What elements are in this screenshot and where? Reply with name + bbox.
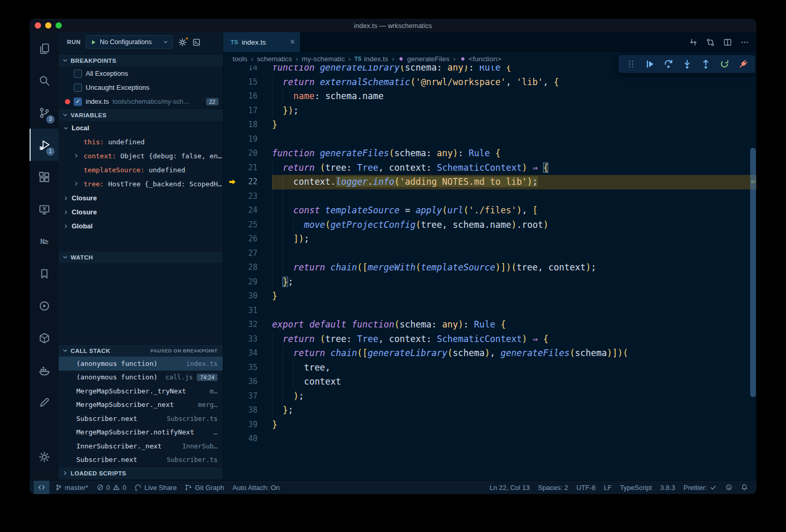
- git-branch[interactable]: master*: [51, 481, 92, 494]
- checkbox[interactable]: [74, 70, 82, 78]
- variables-header[interactable]: VARIABLES: [59, 108, 223, 121]
- code-line[interactable]: 25move(getProjectConfig(tree, schema.nam…: [223, 218, 756, 233]
- call-stack-frame[interactable]: MergeMapSubscriber.notifyNext…: [59, 426, 223, 440]
- code-line[interactable]: 15return externalSchematic('@nrwl/worksp…: [223, 75, 756, 90]
- problems[interactable]: 00: [92, 481, 130, 494]
- code-line[interactable]: 31: [223, 304, 756, 318]
- continue-button[interactable]: [641, 57, 658, 72]
- breakpoint-item[interactable]: index.tstools/schematics/my-sch…22: [59, 94, 223, 108]
- breakpoint-item[interactable]: All Exceptions: [59, 66, 223, 80]
- activity-bar-item-bookmarks[interactable]: [30, 257, 59, 290]
- code-line[interactable]: 39}: [223, 418, 756, 432]
- breadcrumb-index-ts[interactable]: TSindex.ts: [355, 55, 388, 63]
- activity-bar-item-remote-explorer[interactable]: [30, 193, 59, 225]
- breadcrumb-tools[interactable]: tools: [233, 55, 248, 63]
- code-line[interactable]: 36context: [223, 375, 756, 389]
- notifications[interactable]: [737, 481, 752, 494]
- activity-bar-item-explorer[interactable]: [30, 32, 59, 64]
- variable-row[interactable]: context:Object {debug: false, en…: [59, 149, 223, 163]
- drag-handle-icon[interactable]: [622, 57, 640, 72]
- activity-bar-item-package-explorer[interactable]: [30, 322, 59, 354]
- chevron-right-icon[interactable]: [63, 209, 69, 215]
- language-mode[interactable]: TypeScript: [616, 481, 656, 494]
- call-stack-frame[interactable]: (anonymous function)call.js74:24: [59, 371, 223, 385]
- activity-bar-item-extensions[interactable]: [30, 161, 59, 193]
- call-stack-frame[interactable]: MergeMapSubscriber._tryNextm…: [59, 384, 223, 398]
- ts-version[interactable]: 3.8.3: [656, 481, 680, 494]
- breakpoints-header[interactable]: BREAKPOINTS: [59, 54, 223, 66]
- cursor-position[interactable]: Ln 22, Col 13: [485, 481, 534, 494]
- variable-row[interactable]: this:undefined: [59, 135, 223, 149]
- code-line[interactable]: 37);: [223, 389, 756, 404]
- call-stack-frame[interactable]: Subscriber.nextSubscriber.ts: [59, 412, 223, 426]
- code-line[interactable]: 21return (tree: Tree, context: Schematic…: [223, 161, 756, 175]
- variable-row[interactable]: tree:HostTree {_backend: ScopedH…: [59, 177, 223, 191]
- scope-row[interactable]: Closure: [59, 205, 223, 219]
- feedback[interactable]: [721, 481, 737, 494]
- call-stack-frame[interactable]: InnerSubscriber._nextInnerSub…: [59, 439, 223, 453]
- close-tab-button[interactable]: [290, 38, 295, 46]
- chevron-right-icon[interactable]: [73, 153, 79, 159]
- code-line[interactable]: 28return chain([mergeWith(templateSource…: [223, 261, 756, 275]
- live-share[interactable]: Live Share: [130, 481, 181, 494]
- disconnect-button[interactable]: [734, 57, 752, 72]
- code-line[interactable]: 40: [223, 432, 756, 446]
- activity-bar-item-docker[interactable]: [30, 354, 59, 386]
- chevron-right-icon[interactable]: [63, 195, 69, 201]
- chevron-right-icon[interactable]: [63, 223, 69, 229]
- watch-header[interactable]: WATCH: [59, 251, 223, 263]
- checkbox[interactable]: [74, 84, 82, 92]
- scope-row[interactable]: Closure: [59, 191, 223, 205]
- chevron-right-icon[interactable]: [73, 181, 79, 187]
- code-line[interactable]: 32export default function(schema: any): …: [223, 318, 756, 332]
- code-line[interactable]: 26]);: [223, 232, 756, 247]
- call-stack-frame[interactable]: (anonymous function)index.ts: [59, 357, 223, 371]
- scope-row[interactable]: Global: [59, 219, 223, 233]
- activity-bar-item-manage[interactable]: [30, 441, 59, 473]
- code-line[interactable]: 23: [223, 189, 756, 204]
- open-debug-console-button[interactable]: [192, 38, 201, 47]
- activity-bar-item-nx-console[interactable]: N≥: [30, 225, 59, 257]
- breakpoint-item[interactable]: Uncaught Exceptions: [59, 80, 223, 94]
- more-actions-icon[interactable]: [740, 38, 749, 47]
- code-line[interactable]: 24const templateSource = apply(url('./fi…: [223, 203, 756, 218]
- zoom-button[interactable]: [56, 22, 62, 29]
- git-graph[interactable]: Git Graph: [181, 481, 228, 494]
- code-line[interactable]: 38};: [223, 403, 756, 418]
- code-line[interactable]: 34return chain([generateLibrary(schema),…: [223, 346, 756, 361]
- call-stack-header[interactable]: CALL STACK PAUSED ON BREAKPOINT: [59, 344, 223, 357]
- prettier[interactable]: Prettier:: [679, 481, 721, 494]
- tab-index-ts[interactable]: TS index.ts: [223, 32, 300, 52]
- code-line[interactable]: 18}: [223, 118, 756, 132]
- breadcrumb--function-[interactable]: <function>: [459, 55, 502, 63]
- start-debugging-icon[interactable]: [90, 39, 97, 46]
- breadcrumb-generatefiles[interactable]: generateFiles: [398, 55, 450, 63]
- code-line[interactable]: 30}: [223, 289, 756, 304]
- code-line[interactable]: 35tree,: [223, 361, 756, 375]
- restart-button[interactable]: [715, 57, 733, 72]
- code-line[interactable]: 16name: schema.name: [223, 89, 756, 104]
- step-out-button[interactable]: [697, 57, 714, 72]
- code-line[interactable]: 17});: [223, 104, 756, 118]
- configure-gear-button[interactable]: [178, 38, 187, 47]
- code-line[interactable]: 33return (tree: Tree, context: Schematic…: [223, 332, 756, 347]
- minimize-button[interactable]: [45, 22, 51, 29]
- scope-row[interactable]: Local: [59, 121, 223, 135]
- activity-bar-item-source-control[interactable]: 3: [30, 97, 59, 129]
- step-into-button[interactable]: [678, 57, 696, 72]
- call-stack-frame[interactable]: MergeMapSubscriber._nextmerg…: [59, 398, 223, 412]
- step-over-button[interactable]: [659, 57, 677, 72]
- loaded-scripts-header[interactable]: LOADED SCRIPTS: [59, 467, 223, 479]
- code-line[interactable]: 27: [223, 247, 756, 261]
- breadcrumb-my-schematic[interactable]: my-schematic: [302, 55, 345, 63]
- editor-scrollbar[interactable]: [750, 148, 756, 397]
- compare-icon[interactable]: [706, 38, 715, 47]
- indentation[interactable]: Spaces: 2: [534, 481, 572, 494]
- activity-bar-item-live-server[interactable]: [30, 290, 59, 322]
- code-line[interactable]: 20function generateFiles(schema: any): R…: [223, 146, 756, 161]
- code-line[interactable]: 22context.logger.info('adding NOTES.md t…: [223, 175, 756, 189]
- chevron-down-icon[interactable]: [63, 125, 69, 131]
- close-button[interactable]: [35, 22, 41, 29]
- remote-indicator[interactable]: [34, 481, 49, 494]
- breadcrumb-schematics[interactable]: schematics: [257, 55, 292, 63]
